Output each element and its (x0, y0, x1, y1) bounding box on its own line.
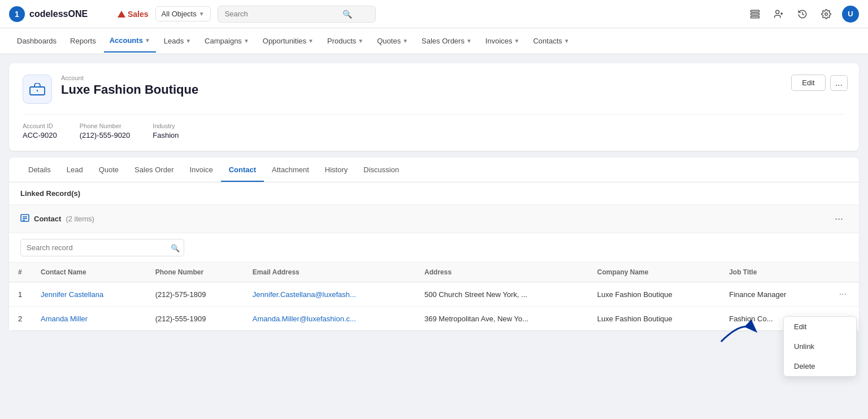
svg-rect-0 (751, 10, 760, 12)
row-num: 1 (9, 282, 32, 307)
search-icon: 🔍 (342, 10, 352, 19)
account-name: Luxe Fashion Boutique (61, 82, 198, 97)
contact-email-link[interactable]: Amanda.Miller@luxefashion.c... (253, 315, 356, 323)
nav-item-leads[interactable]: Leads ▼ (158, 30, 197, 52)
tab-history[interactable]: History (317, 158, 355, 182)
account-header: Account Luxe Fashion Boutique (23, 75, 845, 104)
tab-lead[interactable]: Lead (59, 158, 91, 182)
contact-name-link[interactable]: Jennifer Castellana (41, 290, 103, 299)
chevron-down-icon: ▼ (145, 37, 150, 43)
account-industry-value: Fashion (153, 131, 179, 139)
account-id-label: Account ID (23, 123, 57, 129)
chevron-down-icon: ▼ (244, 38, 249, 44)
row-email: Jennifer.Castellana@luxefash... (244, 282, 415, 307)
contact-count: (2 items) (66, 215, 94, 223)
th-email: Email Address (244, 263, 415, 282)
settings-icon[interactable] (818, 6, 834, 22)
row-num: 2 (9, 307, 32, 331)
account-id-value: ACC-9020 (23, 131, 57, 139)
account-actions: Edit ... (791, 75, 848, 91)
row-company: Luxe Fashion Boutique (588, 307, 720, 331)
global-search[interactable]: 🔍 (218, 6, 376, 23)
contact-section-title: Contact (34, 215, 61, 223)
nav-item-invoices[interactable]: Invoices ▼ (480, 30, 526, 52)
contact-section: Contact (2 items) ··· 🔍 # Contact Name (9, 205, 859, 330)
contact-list-icon (20, 214, 29, 224)
row-contact-name: Jennifer Castellana (32, 282, 146, 307)
search-record-bar: 🔍 (9, 233, 859, 263)
tab-contact[interactable]: Contact (221, 158, 264, 182)
chevron-down-icon: ▼ (402, 38, 408, 44)
tab-attachment[interactable]: Attachment (264, 158, 317, 182)
th-company: Company Name (588, 263, 720, 282)
nav-item-reports[interactable]: Reports (64, 30, 102, 52)
object-selector-label: All Objects (162, 10, 197, 18)
row-address: 500 Church Street New York, ... (415, 282, 588, 307)
tab-quote[interactable]: Quote (91, 158, 127, 182)
sales-triangle-icon (118, 11, 125, 18)
th-address: Address (415, 263, 588, 282)
table-row: 2 Amanda Miller (212)-555-1909 Amanda.Mi… (9, 307, 859, 331)
tab-discussion[interactable]: Discussion (355, 158, 407, 182)
nav-item-products[interactable]: Products ▼ (322, 30, 369, 52)
nav-item-opportunities[interactable]: Opportunities ▼ (257, 30, 319, 52)
contact-email-link[interactable]: Jennifer.Castellana@luxefash... (253, 290, 356, 299)
tab-details[interactable]: Details (20, 158, 59, 182)
contact-section-header: Contact (2 items) ··· (9, 205, 859, 233)
chevron-down-icon: ▼ (564, 38, 570, 44)
tab-sales-order[interactable]: Sales Order (127, 158, 181, 182)
th-num: # (9, 263, 32, 282)
person-add-icon[interactable] (771, 6, 787, 22)
linked-records-label: Linked Record(s) (9, 182, 859, 205)
search-record-wrap: 🔍 (20, 239, 184, 256)
th-contact-name: Contact Name (32, 263, 146, 282)
table-row: 1 Jennifer Castellana (212)-575-1809 Jen… (9, 282, 859, 307)
nav-item-accounts[interactable]: Accounts ▼ (104, 29, 156, 53)
nav-item-campaigns[interactable]: Campaigns ▼ (199, 30, 255, 52)
row-phone: (212)-555-1909 (146, 307, 244, 331)
row-company: Luxe Fashion Boutique (588, 282, 720, 307)
th-job: Job Title (720, 263, 826, 282)
account-card: Edit ... Account Luxe Fashion Boutique A… (9, 63, 859, 151)
chevron-down-icon: ▼ (185, 38, 191, 44)
module-badge: Sales (118, 10, 149, 19)
nav-item-dashboards[interactable]: Dashboards (11, 30, 62, 52)
chevron-down-icon: ▼ (514, 38, 520, 44)
row-more-btn[interactable]: ··· (827, 282, 859, 307)
chevron-down-icon: ▼ (466, 38, 472, 44)
context-menu: Edit Unlink Delete (783, 316, 857, 339)
contact-name-link[interactable]: Amanda Miller (41, 315, 88, 323)
history-icon[interactable] (795, 6, 810, 22)
main-content: Edit ... Account Luxe Fashion Boutique A… (0, 54, 868, 339)
contact-table: # Contact Name Phone Number Email Addres… (9, 263, 859, 330)
object-selector[interactable]: All Objects ▼ (155, 6, 211, 21)
account-id-field: Account ID ACC-9020 (23, 123, 57, 139)
account-phone-label: Phone Number (80, 123, 131, 129)
th-phone: Phone Number (146, 263, 244, 282)
search-record-input[interactable] (20, 239, 184, 256)
search-record-icon: 🔍 (171, 243, 180, 252)
context-menu-unlink[interactable]: Unlink (784, 337, 856, 339)
avatar[interactable]: U (842, 6, 859, 23)
row-actions-button[interactable]: ··· (836, 288, 850, 300)
row-address: 369 Metropolitan Ave, New Yo... (415, 307, 588, 331)
more-options-button[interactable]: ... (830, 75, 848, 91)
nav-item-sales-orders[interactable]: Sales Orders ▼ (416, 30, 478, 52)
contact-more-button[interactable]: ··· (830, 212, 848, 226)
nav-item-contacts[interactable]: Contacts ▼ (527, 30, 575, 52)
svg-point-3 (776, 10, 779, 14)
account-info: Account Luxe Fashion Boutique (61, 75, 198, 97)
topbar: 1 codelessONE Sales All Objects ▼ 🔍 U (0, 0, 868, 28)
tab-bar: Details Lead Quote Sales Order Invoice C… (9, 158, 859, 182)
edit-button[interactable]: Edit (791, 75, 825, 91)
table-header-row: # Contact Name Phone Number Email Addres… (9, 263, 859, 282)
app-name: codelessONE (29, 9, 88, 19)
context-menu-edit[interactable]: Edit (784, 317, 856, 337)
svg-rect-1 (751, 13, 760, 15)
tab-invoice[interactable]: Invoice (181, 158, 220, 182)
search-input[interactable] (225, 10, 338, 18)
nav-item-quotes[interactable]: Quotes ▼ (371, 30, 414, 52)
contact-table-wrap: # Contact Name Phone Number Email Addres… (9, 263, 859, 330)
stack-icon[interactable] (747, 6, 763, 22)
chevron-down-icon: ▼ (199, 11, 205, 17)
